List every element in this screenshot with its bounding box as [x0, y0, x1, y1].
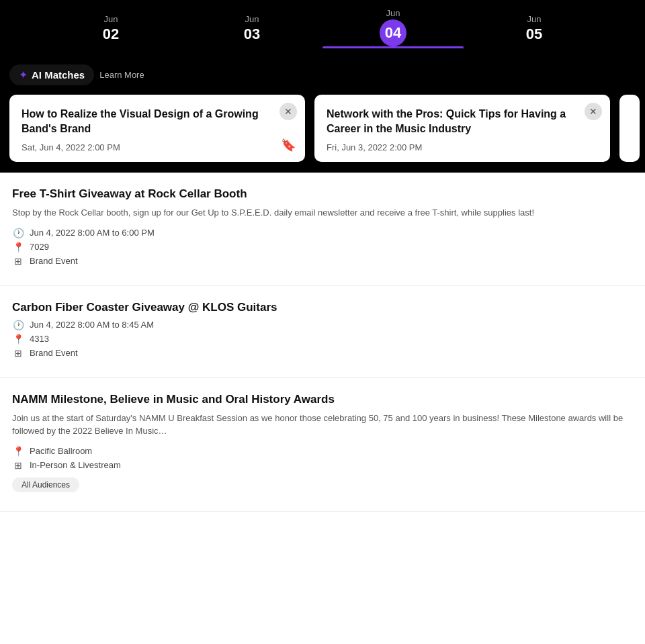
ai-card-date-0: Sat, Jun 4, 2022 2:00 PM: [22, 142, 293, 152]
grid-icon-1: ⊞: [12, 348, 24, 359]
date-day-03: 03: [244, 26, 260, 43]
event-item-2: NAMM Milestone, Believe in Music and Ora…: [0, 378, 645, 512]
ai-card-close-0[interactable]: ✕: [280, 103, 297, 120]
ai-matches-label: AI Matches: [32, 69, 85, 81]
date-jun02[interactable]: Jun 02: [40, 14, 181, 52]
grid-icon-2: ⊞: [12, 460, 24, 471]
date-jun04[interactable]: Jun 04: [322, 8, 464, 58]
event-category-1: Brand Event: [30, 348, 78, 358]
pin-icon-1: 📍: [12, 334, 24, 344]
event-description-2: Join us at the start of Saturday's NAMM …: [12, 412, 633, 438]
event-time-row-0: 🕐 Jun 4, 2022 8:00 AM to 6:00 PM: [12, 228, 633, 238]
date-jun05[interactable]: Jun 05: [464, 14, 605, 52]
event-location-row-0: 📍 7029: [12, 242, 633, 252]
event-description-0: Stop by the Rock Cellar booth, sign up f…: [12, 206, 633, 220]
ai-card-close-1[interactable]: ✕: [585, 103, 602, 120]
event-location-1: 4313: [30, 334, 49, 344]
event-category-row-0: ⊞ Brand Event: [12, 256, 633, 267]
ai-card-1[interactable]: Network with the Pros: Quick Tips for Ha…: [314, 95, 610, 162]
event-meta-2: 📍 Pacific Ballroom ⊞ In-Person & Livestr…: [12, 446, 633, 471]
ai-card-title-0: How to Realize the Visual Design of a Gr…: [22, 107, 293, 136]
event-location-row-1: 📍 4313: [12, 334, 633, 344]
date-day-02: 02: [103, 26, 119, 43]
event-category-row-2: ⊞ In-Person & Livestream: [12, 460, 633, 471]
date-month-04: Jun: [386, 8, 400, 18]
date-navigation: Jun 02 Jun 03 Jun 04 Jun 05: [0, 0, 645, 58]
active-underline: [322, 46, 464, 48]
ai-star-icon: ✦: [19, 68, 28, 81]
pin-icon-2: 📍: [12, 446, 24, 457]
grid-icon-0: ⊞: [12, 256, 24, 267]
ai-matches-badge[interactable]: ✦ AI Matches: [9, 64, 94, 85]
event-title-1: Carbon Fiber Coaster Giveaway @ KLOS Gui…: [12, 301, 633, 314]
event-time-row-1: 🕐 Jun 4, 2022 8:00 AM to 8:45 AM: [12, 320, 633, 330]
clock-icon-0: 🕐: [12, 228, 24, 238]
event-category-0: Brand Event: [30, 256, 78, 266]
ai-card-bookmark-0[interactable]: 🔖: [281, 138, 296, 152]
date-day-04: 04: [385, 24, 401, 42]
event-category-row-1: ⊞ Brand Event: [12, 348, 633, 359]
event-meta-1: 🕐 Jun 4, 2022 8:00 AM to 8:45 AM 📍 4313 …: [12, 320, 633, 359]
event-location-row-2: 📍 Pacific Ballroom: [12, 446, 633, 457]
ai-cards-row: How to Realize the Visual Design of a Gr…: [0, 95, 645, 173]
clock-icon-1: 🕐: [12, 320, 24, 330]
date-day-05: 05: [526, 26, 542, 43]
event-title-2: NAMM Milestone, Believe in Music and Ora…: [12, 393, 633, 406]
date-jun03[interactable]: Jun 03: [181, 14, 322, 52]
event-time-1: Jun 4, 2022 8:00 AM to 8:45 AM: [30, 320, 154, 330]
event-item-0: Free T-Shirt Giveaway at Rock Cellar Boo…: [0, 173, 645, 286]
event-meta-0: 🕐 Jun 4, 2022 8:00 AM to 6:00 PM 📍 7029 …: [12, 228, 633, 267]
event-list: Free T-Shirt Giveaway at Rock Cellar Boo…: [0, 173, 645, 512]
date-month-05: Jun: [527, 14, 542, 24]
date-month-02: Jun: [104, 14, 118, 24]
learn-more-link[interactable]: Learn More: [99, 70, 144, 80]
ai-card-partial: [619, 95, 640, 162]
pin-icon-0: 📍: [12, 242, 24, 252]
ai-card-date-1: Fri, Jun 3, 2022 2:00 PM: [327, 142, 598, 152]
event-location-0: 7029: [30, 242, 49, 252]
event-location-2: Pacific Ballroom: [30, 446, 92, 456]
ai-card-0[interactable]: How to Realize the Visual Design of a Gr…: [9, 95, 305, 162]
event-tag-2[interactable]: All Audiences: [12, 477, 79, 492]
ai-matches-bar: ✦ AI Matches Learn More: [0, 58, 645, 95]
date-month-03: Jun: [245, 14, 259, 24]
event-category-2: In-Person & Livestream: [30, 460, 121, 470]
ai-card-title-1: Network with the Pros: Quick Tips for Ha…: [327, 107, 598, 136]
event-item-1: Carbon Fiber Coaster Giveaway @ KLOS Gui…: [0, 286, 645, 378]
event-time-0: Jun 4, 2022 8:00 AM to 6:00 PM: [30, 228, 155, 238]
event-title-0: Free T-Shirt Giveaway at Rock Cellar Boo…: [12, 187, 633, 201]
